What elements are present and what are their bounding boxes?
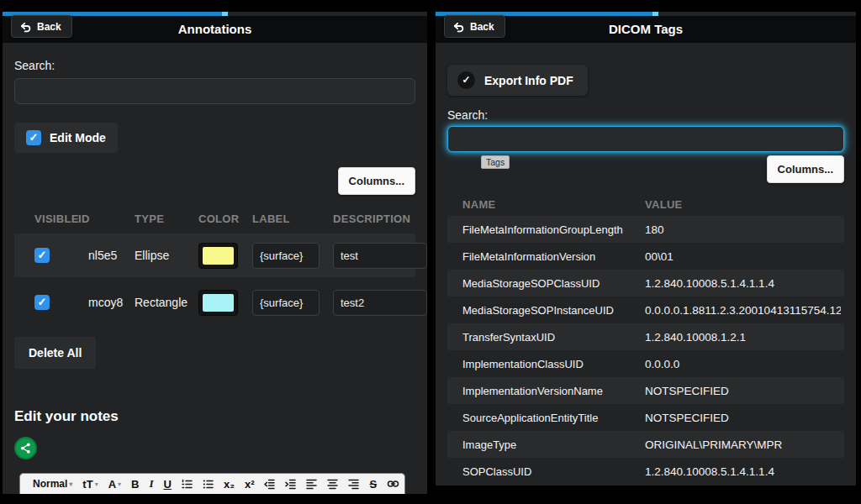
search-label: Search: — [447, 108, 844, 122]
description-input[interactable] — [333, 290, 427, 316]
indent-button[interactable] — [280, 479, 301, 490]
back-button[interactable]: Back — [444, 15, 505, 38]
tag-name: FileMetaInformationGroupLength — [462, 223, 645, 236]
tag-value: NOTSPECIFIED — [645, 385, 841, 397]
align-right-icon — [348, 479, 359, 490]
tag-value: ORIGINAL\PRIMARY\MPR — [645, 438, 841, 451]
ordered-list-button[interactable] — [177, 479, 198, 490]
dicom-tag-row: TransferSyntaxUID 1.2.840.10008.1.2.1 — [447, 323, 844, 350]
indent-icon — [285, 479, 296, 490]
tag-name: ImplementationClassUID — [462, 358, 645, 370]
italic-button[interactable]: I — [144, 477, 158, 491]
annotation-row: ✓ nl5e5 Ellipse — [14, 234, 415, 277]
dicom-table-body: FileMetaInformationGroupLength 180 FileM… — [447, 216, 844, 485]
dicom-tag-row: MediaStorageSOPInstanceUID 0.0.0.0.1.881… — [447, 297, 844, 323]
tag-name: FileMetaInformationVersion — [462, 250, 645, 263]
tag-value: 1.2.840.10008.1.2.1 — [645, 331, 841, 344]
share-button[interactable] — [14, 437, 37, 459]
annotation-type: Rectangle — [135, 296, 198, 309]
back-button-label: Back — [37, 21, 61, 33]
undo-arrow-icon — [19, 21, 31, 33]
caret-down-icon: ▾ — [69, 480, 72, 488]
tag-value: 00\01 — [645, 250, 841, 263]
share-icon — [19, 442, 32, 454]
description-input[interactable] — [333, 243, 427, 269]
column-header-name: NAME — [462, 198, 645, 211]
edit-mode-toggle[interactable]: ✓ Edit Mode — [14, 123, 118, 153]
tag-value: 0.0.0.0 — [645, 358, 841, 370]
dicom-tag-row: FileMetaInformationGroupLength 180 — [447, 216, 844, 243]
tag-value: NOTSPECIFIED — [645, 412, 841, 424]
check-icon: ✓ — [457, 71, 475, 89]
back-button-label: Back — [470, 21, 494, 33]
edit-mode-label: Edit Mode — [50, 131, 106, 144]
bold-button[interactable]: B — [126, 478, 144, 491]
annotations-panel: Annotations Back Search: ✓ Edit Mode Col… — [3, 12, 427, 494]
strikethrough-button[interactable]: S — [364, 478, 382, 491]
tag-name: ImageType — [462, 438, 645, 451]
tag-value: 1.2.840.10008.5.1.4.1.1.4 — [645, 465, 841, 478]
annotations-table-header: VISIBLE ID TYPE COLOR LABEL DESCRIPTION — [14, 207, 415, 230]
superscript-button[interactable]: x² — [240, 478, 260, 491]
label-input[interactable] — [252, 243, 320, 269]
tag-name: TransferSyntaxUID — [462, 331, 645, 344]
tag-name: MediaStorageSOPInstanceUID — [462, 304, 645, 317]
tag-value: 1.2.840.10008.5.1.4.1.1.4 — [645, 277, 841, 290]
undo-arrow-icon — [452, 21, 464, 33]
format-select[interactable]: Normal▾ — [28, 478, 77, 490]
bullet-list-icon — [203, 479, 214, 490]
underline-button[interactable]: U — [159, 478, 177, 491]
color-swatch — [203, 294, 234, 312]
column-header-value: VALUE — [645, 198, 841, 211]
subscript-button[interactable]: x₂ — [219, 478, 240, 491]
font-color-button[interactable]: A▾ — [103, 478, 126, 491]
rich-text-editor-toolbar: Normal▾tT▾A▾BIUx₂x²S — [19, 473, 405, 494]
visible-checkbox[interactable]: ✓ — [34, 248, 50, 263]
column-header-visible: VISIBLE — [34, 213, 78, 225]
outdent-icon — [264, 479, 275, 490]
color-picker[interactable] — [198, 243, 238, 269]
columns-button[interactable]: Columns... — [767, 155, 844, 183]
outdent-button[interactable] — [259, 479, 280, 490]
column-header-type: TYPE — [135, 213, 198, 225]
delete-all-button[interactable]: Delete All — [14, 337, 96, 369]
dicom-tag-row: MediaStorageSOPClassUID 1.2.840.10008.5.… — [447, 270, 844, 297]
tag-name: ImplementationVersionName — [462, 385, 645, 397]
annotation-type: Ellipse — [135, 249, 198, 262]
edit-mode-checkbox[interactable]: ✓ — [26, 130, 41, 145]
align-center-button[interactable] — [322, 479, 343, 490]
dicom-tag-row: ImplementationClassUID 0.0.0.0 — [447, 350, 844, 377]
dicom-tag-row: ImageType ORIGINAL\PRIMARY\MPR — [447, 431, 844, 458]
dicom-tags-search-input[interactable] — [447, 126, 844, 152]
font-size-button[interactable]: tT▾ — [77, 478, 103, 491]
bullet-list-button[interactable] — [198, 479, 219, 490]
ordered-list-icon — [182, 479, 193, 490]
export-info-pdf-button[interactable]: ✓ Export Info PDF — [447, 65, 588, 96]
columns-button[interactable]: Columns... — [338, 167, 415, 195]
dicom-tag-row: FileMetaInformationVersion 00\01 — [447, 243, 844, 270]
color-picker[interactable] — [198, 290, 238, 316]
unlink-button[interactable] — [404, 479, 405, 489]
dicom-tags-panel: DICOM Tags Back ✓ Export Info PDF Search… — [436, 12, 856, 486]
annotations-search-input[interactable] — [14, 78, 415, 104]
back-button[interactable]: Back — [11, 15, 72, 38]
align-right-button[interactable] — [343, 479, 364, 490]
annotations-table-body: ✓ nl5e5 Ellipse ✓ mcoy8 Rectangle — [14, 234, 415, 324]
dicom-tag-row: SourceApplicationEntityTitle NOTSPECIFIE… — [447, 404, 844, 431]
align-left-icon — [306, 479, 317, 490]
label-input[interactable] — [252, 290, 320, 316]
visible-checkbox[interactable]: ✓ — [34, 295, 50, 310]
column-header-label: LABEL — [252, 213, 333, 225]
dicom-tag-row: SOPClassUID 1.2.840.10008.5.1.4.1.1.4 — [447, 458, 844, 485]
link-button[interactable] — [382, 479, 404, 489]
annotation-row: ✓ mcoy8 Rectangle — [14, 281, 415, 324]
export-button-label: Export Info PDF — [484, 74, 573, 87]
tag-value: 180 — [645, 223, 841, 236]
dicom-tag-row: ImplementationVersionName NOTSPECIFIED — [447, 377, 844, 404]
link-icon — [387, 479, 399, 489]
align-center-icon — [327, 479, 338, 490]
dicom-tags-table: NAME VALUE FileMetaInformationGroupLengt… — [447, 193, 844, 485]
tag-name: SOPClassUID — [462, 465, 645, 478]
tag-name: MediaStorageSOPClassUID — [462, 277, 645, 290]
align-left-button[interactable] — [301, 479, 322, 490]
